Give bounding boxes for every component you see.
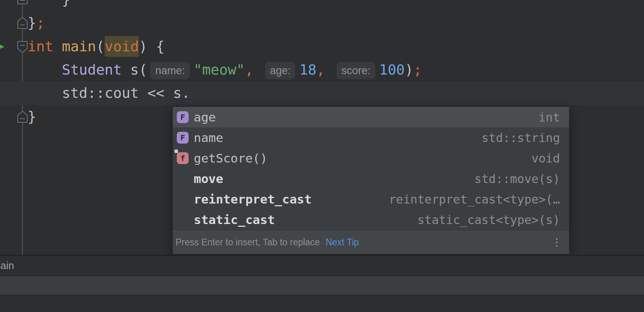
code-token: main bbox=[62, 38, 96, 54]
highlighted-token: void bbox=[105, 38, 139, 54]
tool-window-band bbox=[0, 276, 644, 295]
completion-footer: Press Enter to insert, Tab to replace Ne… bbox=[173, 230, 569, 254]
code-token bbox=[53, 38, 62, 54]
code-token: , bbox=[245, 62, 254, 78]
next-tip-link[interactable]: Next Tip bbox=[326, 237, 359, 248]
completion-item[interactable]: Fageint bbox=[173, 107, 569, 127]
pin-icon bbox=[174, 149, 181, 156]
completion-item-type: reinterpret_cast<type>(… bbox=[389, 192, 569, 206]
code-line[interactable]: int main(void) { bbox=[28, 35, 165, 58]
completion-item-type: void bbox=[532, 151, 569, 165]
completion-item-label: name bbox=[194, 131, 223, 145]
code-line[interactable]: Student s(name:"meow", age:18, score:100… bbox=[28, 58, 422, 81]
completion-popup: FageintFnamestd::stringfgetScore()voidmo… bbox=[172, 106, 569, 254]
code-line[interactable]: } bbox=[28, 105, 36, 128]
code-token: ( bbox=[96, 38, 105, 54]
code-token: std::cout << s. bbox=[28, 85, 190, 101]
none bbox=[177, 173, 189, 185]
completion-item-type: std::move(s) bbox=[474, 172, 569, 186]
completion-item[interactable]: fgetScore()void bbox=[173, 148, 569, 168]
code-token: Student bbox=[62, 62, 122, 78]
code-token: } bbox=[28, 108, 36, 125]
completion-item-label: static_cast bbox=[194, 213, 275, 227]
code-token: 18 bbox=[299, 62, 316, 78]
completion-hint-text: Press Enter to insert, Tab to replace bbox=[176, 237, 320, 248]
run-arrow-icon[interactable] bbox=[0, 43, 5, 50]
code-token: } bbox=[28, 0, 70, 7]
field-icon: F bbox=[177, 111, 189, 123]
ide-window: }};int main(void) { Student s(name:"meow… bbox=[0, 0, 644, 312]
completion-item[interactable]: Fnamestd::string bbox=[173, 127, 569, 148]
code-token: } bbox=[28, 15, 36, 31]
code-token: , bbox=[316, 62, 325, 78]
completion-list: FageintFnamestd::stringfgetScore()voidmo… bbox=[173, 107, 569, 230]
code-token: ; bbox=[36, 15, 45, 31]
completion-item-type: int bbox=[539, 110, 569, 124]
code-token: ) bbox=[405, 62, 414, 78]
completion-item-label: move bbox=[194, 172, 223, 186]
completion-item-label: age bbox=[194, 110, 216, 124]
code-token: "meow" bbox=[194, 62, 245, 78]
breadcrumb-bar: ain bbox=[0, 255, 644, 276]
code-token bbox=[28, 62, 62, 78]
code-token bbox=[325, 62, 334, 78]
breadcrumb[interactable]: ain bbox=[0, 260, 14, 272]
completion-item[interactable]: movestd::move(s) bbox=[173, 168, 569, 189]
field-icon: F bbox=[177, 132, 189, 144]
code-token bbox=[253, 62, 262, 78]
fold-end-icon[interactable] bbox=[17, 17, 28, 29]
parameter-hint: name: bbox=[150, 62, 189, 79]
code-token: 100 bbox=[379, 62, 405, 78]
code-token: ; bbox=[413, 62, 422, 78]
completion-item-type: std::string bbox=[481, 131, 569, 145]
code-token: s( bbox=[122, 62, 147, 78]
code-token: int bbox=[28, 38, 53, 54]
parameter-hint: score: bbox=[337, 62, 375, 79]
status-band bbox=[0, 295, 644, 312]
function-icon: f bbox=[177, 152, 189, 164]
none bbox=[177, 214, 189, 226]
code-line[interactable]: }; bbox=[28, 11, 45, 34]
completion-item-label: getScore() bbox=[194, 151, 268, 165]
code-line[interactable]: } bbox=[28, 0, 70, 11]
fold-end-partial-icon[interactable] bbox=[17, 0, 28, 4]
completion-item[interactable]: reinterpret_castreinterpret_cast<type>(… bbox=[173, 189, 569, 209]
gutter-fold-line bbox=[22, 0, 23, 255]
completion-item[interactable]: static_caststatic_cast<type>(s) bbox=[173, 209, 569, 230]
completion-item-type: static_cast<type>(s) bbox=[417, 213, 569, 227]
completion-item-label: reinterpret_cast bbox=[194, 192, 312, 206]
code-token: ) { bbox=[139, 38, 165, 54]
code-line[interactable]: std::cout << s. bbox=[28, 81, 190, 105]
none bbox=[177, 193, 189, 205]
fold-end-icon[interactable] bbox=[17, 111, 28, 123]
more-options-icon[interactable]: ⋮ bbox=[552, 237, 562, 247]
fold-start-icon[interactable] bbox=[17, 41, 28, 53]
parameter-hint: age: bbox=[265, 62, 296, 79]
